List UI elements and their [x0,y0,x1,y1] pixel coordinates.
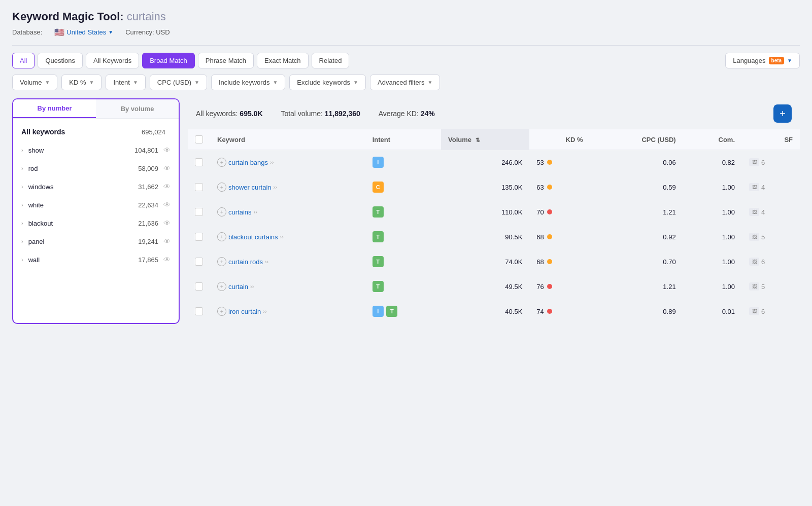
tab-questions[interactable]: Questions [38,53,83,68]
table-row: + curtain ›› T 49.5K 7 [188,274,800,299]
keyword-link[interactable]: curtains [228,208,252,216]
database-selector[interactable]: 🇺🇸 United States ▼ [54,27,113,37]
cpc-filter[interactable]: CPC (USD) ▼ [150,75,207,90]
all-keywords-count: 695,024 [142,128,165,136]
row-checkbox[interactable] [195,183,203,191]
advanced-filters[interactable]: Advanced filters ▼ [370,75,440,90]
td-com: 1.00 [683,225,742,249]
kd-dot [547,209,552,214]
toggle-by-volume[interactable]: By volume [96,99,179,118]
td-sf: 🖼 6 [742,249,800,274]
sf-value: 6 [761,308,765,315]
th-volume[interactable]: Volume ⇅ [441,129,529,150]
td-kd: 70 [529,200,590,225]
sidebar-item-panel[interactable]: › panel 19,241 👁 [13,232,179,250]
tab-all[interactable]: All [12,53,35,68]
td-kd: 74 [529,299,590,324]
td-kd: 68 [529,225,590,249]
avg-kd-stat: Average KD: 24% [379,110,435,118]
row-checkbox[interactable] [195,258,203,266]
row-checkbox[interactable] [195,158,203,166]
cpc-filter-label: CPC (USD) [157,79,191,86]
intent-chevron-icon: ▼ [133,80,138,85]
toggle-by-number[interactable]: By number [13,99,96,118]
arrow-right-icon: ›› [263,308,266,314]
select-all-checkbox[interactable] [195,135,203,143]
row-checkbox[interactable] [195,307,203,315]
tab-all-keywords[interactable]: All Keywords [86,53,139,68]
us-flag-icon: 🇺🇸 [54,27,64,37]
kd-dot [547,309,552,314]
kd-value: 68 [536,233,544,241]
filters-row: Volume ▼ KD % ▼ Intent ▼ CPC (USD) ▼ Inc… [12,75,800,90]
keyword-link[interactable]: iron curtain [228,308,261,315]
table-row: + shower curtain ›› C 135.0K [188,175,800,200]
td-cpc: 0.89 [590,299,683,324]
expand-icon: › [21,147,23,153]
sidebar-item-all-keywords[interactable]: All keywords 695,024 [13,123,179,141]
sf-icon: 🖼 [749,233,759,241]
languages-chevron-icon: ▼ [787,58,792,63]
keyword-link[interactable]: blackout curtains [228,233,278,241]
sidebar-item-white[interactable]: › white 22,634 👁 [13,196,179,214]
td-kd: 76 [529,274,590,299]
volume-filter[interactable]: Volume ▼ [12,75,57,90]
include-keywords-filter[interactable]: Include keywords ▼ [211,75,285,90]
td-keyword: + curtain rods ›› [210,249,365,274]
tab-phrase-match[interactable]: Phrase Match [198,53,254,68]
keyword-link[interactable]: curtain rods [228,258,263,266]
sidebar-item-rod[interactable]: › rod 58,009 👁 [13,159,179,177]
sf-value: 5 [761,283,765,291]
expand-icon: › [21,220,23,226]
sf-value: 4 [761,208,765,216]
row-checkbox[interactable] [195,233,203,241]
th-keyword: Keyword [210,129,365,150]
sf-icon: 🖼 [749,282,759,291]
row-checkbox[interactable] [195,282,203,291]
td-volume: 74.0K [441,249,529,274]
sidebar-count-white: 22,634 [138,201,158,209]
sidebar-item-blackout[interactable]: › blackout 21,636 👁 [13,214,179,232]
sidebar-count-panel: 19,241 [138,238,158,245]
kd-filter[interactable]: KD % ▼ [61,75,101,90]
kd-value: 53 [536,159,544,166]
keyword-link[interactable]: shower curtain [228,184,272,191]
col-cpc: CPC (USD) [641,136,675,143]
add-keyword-icon: + [217,158,226,167]
tab-broad-match[interactable]: Broad Match [142,53,195,68]
col-volume: Volume [448,136,471,143]
all-keywords-label: All keywords [21,128,142,136]
td-checkbox [188,200,210,225]
tab-exact-match[interactable]: Exact Match [257,53,309,68]
eye-icon: 👁 [163,201,171,209]
add-button[interactable]: + [773,104,792,123]
intent-badge-t: T [373,206,384,218]
th-intent: Intent [365,129,441,150]
td-keyword: + curtains ›› [210,200,365,225]
sidebar-count-show: 104,801 [134,147,158,154]
sidebar-label-rod: rod [28,165,139,172]
intent-badge-c: C [373,182,384,193]
languages-button[interactable]: Languages beta ▼ [725,53,800,68]
sidebar-item-show[interactable]: › show 104,801 👁 [13,141,179,159]
add-keyword-icon: + [217,183,226,192]
intent-filter-label: Intent [113,79,130,86]
sidebar-item-windows[interactable]: › windows 31,662 👁 [13,177,179,196]
td-sf: 🖼 5 [742,225,800,249]
intent-filter[interactable]: Intent ▼ [106,75,145,90]
sidebar-item-wall[interactable]: › wall 17,865 👁 [13,250,179,269]
eye-icon: 👁 [163,237,171,245]
tab-related[interactable]: Related [312,53,350,68]
keyword-link[interactable]: curtain [228,283,248,291]
row-checkbox[interactable] [195,208,203,216]
td-volume: 40.5K [441,299,529,324]
td-com: 0.01 [683,299,742,324]
exclude-keywords-filter[interactable]: Exclude keywords ▼ [289,75,366,90]
arrow-right-icon: ›› [280,234,284,240]
keyword-link[interactable]: curtain bangs [228,159,268,166]
th-kd: KD % [529,129,590,150]
table-row: + curtain rods ›› T 74.0K [188,249,800,274]
header-divider [12,45,800,46]
table-row: + curtains ›› T 110.0K [188,200,800,225]
sidebar-label-show: show [28,147,134,154]
